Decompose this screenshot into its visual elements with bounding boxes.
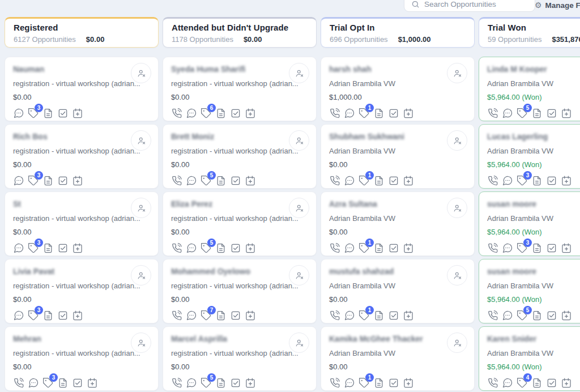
phone-icon[interactable] (329, 175, 340, 186)
opportunity-card[interactable]: Mehran registration - virtual workshop (… (5, 326, 159, 391)
opportunity-card[interactable]: Brett Moniz registration - virtual works… (163, 124, 317, 189)
task-check-icon[interactable] (57, 242, 69, 254)
tag-icon[interactable]: 1 (359, 242, 370, 254)
document-icon[interactable] (215, 377, 227, 389)
tag-icon[interactable]: 3 (28, 175, 39, 186)
tag-icon[interactable]: 7 (201, 310, 212, 321)
opportunity-card[interactable]: mustufa shahzad Adrian Brambila VW $0.00 (321, 259, 475, 323)
chat-icon[interactable] (502, 108, 513, 119)
tag-icon[interactable]: 3 (42, 377, 54, 389)
chat-icon[interactable] (344, 377, 355, 389)
phone-icon[interactable] (171, 175, 182, 186)
opportunity-card[interactable]: Linda M Kooper Adrian Brambila VW $5,964… (479, 57, 580, 121)
tag-icon[interactable]: 5 (201, 175, 212, 186)
phone-icon[interactable] (171, 377, 182, 389)
task-check-icon[interactable] (230, 377, 241, 389)
document-icon[interactable] (531, 175, 543, 186)
chat-icon[interactable] (13, 242, 24, 254)
phone-icon[interactable] (171, 242, 182, 254)
chat-icon[interactable] (344, 108, 355, 119)
task-check-icon[interactable] (546, 310, 557, 321)
calendar-plus-icon[interactable] (403, 310, 414, 321)
tag-icon[interactable]: 5 (201, 242, 212, 254)
phone-icon[interactable] (329, 108, 340, 119)
task-check-icon[interactable] (388, 108, 399, 119)
unassigned-user-icon[interactable] (289, 198, 309, 218)
search-input[interactable] (424, 0, 521, 8)
calendar-plus-icon[interactable] (245, 242, 256, 254)
tag-icon[interactable]: 5 (201, 377, 212, 389)
unassigned-user-icon[interactable] (131, 130, 151, 151)
calendar-plus-icon[interactable] (245, 310, 256, 321)
document-icon[interactable] (373, 242, 385, 254)
phone-icon[interactable] (329, 242, 340, 254)
unassigned-user-icon[interactable] (289, 130, 309, 151)
opportunity-card[interactable]: Syeda Huma Sharifi registration - virtua… (163, 57, 317, 121)
document-icon[interactable] (215, 242, 227, 254)
unassigned-user-icon[interactable] (447, 333, 467, 353)
task-check-icon[interactable] (230, 108, 241, 119)
document-icon[interactable] (373, 175, 385, 186)
task-check-icon[interactable] (546, 377, 557, 389)
chat-icon[interactable] (186, 175, 197, 186)
task-check-icon[interactable] (57, 108, 69, 119)
opportunity-card[interactable]: Rich Bos registration - virtual workshop… (5, 124, 159, 189)
document-icon[interactable] (531, 310, 543, 321)
tag-icon[interactable]: 3 (28, 310, 39, 321)
chat-icon[interactable] (502, 310, 513, 321)
calendar-plus-icon[interactable] (72, 175, 83, 186)
search-box[interactable] (404, 0, 535, 12)
opportunity-card[interactable]: Azra Sultana Adrian Brambila VW $0.00 (321, 191, 475, 256)
unassigned-user-icon[interactable] (447, 63, 467, 83)
calendar-plus-icon[interactable] (403, 242, 414, 254)
document-icon[interactable] (42, 175, 54, 186)
tag-icon[interactable]: 1 (359, 175, 370, 186)
task-check-icon[interactable] (546, 175, 557, 186)
tag-icon[interactable]: 3 (28, 108, 39, 119)
opportunity-card[interactable]: Eliza Perez registration - virtual works… (163, 191, 317, 256)
chat-icon[interactable] (13, 310, 24, 321)
chat-icon[interactable] (186, 310, 197, 321)
tag-icon[interactable]: 1 (359, 310, 370, 321)
unassigned-user-icon[interactable] (447, 198, 467, 218)
opportunity-card[interactable]: Lucas Lagerling Adrian Brambila VW $5,96… (479, 124, 580, 189)
phone-icon[interactable] (487, 377, 498, 389)
manage-fields-button[interactable]: ⚙ Manage Fields (535, 0, 580, 11)
opportunity-card[interactable]: Kamika McGhee Thacker Adrian Brambila VW… (321, 326, 475, 391)
phone-icon[interactable] (171, 310, 182, 321)
chat-icon[interactable] (28, 377, 39, 389)
opportunity-card[interactable]: Karen Snider Adrian Brambila VW $5,964.0… (479, 326, 580, 391)
phone-icon[interactable] (487, 310, 498, 321)
calendar-plus-icon[interactable] (72, 108, 83, 119)
task-check-icon[interactable] (388, 310, 399, 321)
calendar-plus-icon[interactable] (561, 242, 572, 254)
document-icon[interactable] (373, 310, 385, 321)
unassigned-user-icon[interactable] (447, 130, 467, 151)
chat-icon[interactable] (344, 242, 355, 254)
tag-icon[interactable]: 1 (359, 108, 370, 119)
calendar-plus-icon[interactable] (561, 108, 572, 119)
opportunity-card[interactable]: susan moore Adrian Brambila VW $5,964.00… (479, 191, 580, 256)
opportunity-card[interactable]: Shubham Sukhwani Adrian Brambila VW $0.0… (321, 124, 475, 189)
task-check-icon[interactable] (72, 377, 83, 389)
task-check-icon[interactable] (230, 175, 241, 186)
unassigned-user-icon[interactable] (289, 333, 309, 353)
phone-icon[interactable] (487, 108, 498, 119)
phone-icon[interactable] (13, 377, 24, 389)
document-icon[interactable] (42, 242, 54, 254)
document-icon[interactable] (373, 377, 385, 389)
unassigned-user-icon[interactable] (131, 265, 151, 286)
tag-icon[interactable]: 1 (359, 377, 370, 389)
opportunity-card[interactable]: harsh shah Adrian Brambila VW $1,000.00 (321, 57, 475, 121)
chat-icon[interactable] (186, 377, 197, 389)
chat-icon[interactable] (13, 108, 24, 119)
tag-icon[interactable]: 3 (28, 242, 39, 254)
document-icon[interactable] (57, 377, 69, 389)
task-check-icon[interactable] (388, 242, 399, 254)
opportunity-card[interactable]: St registration - virtual workshop (adri… (5, 191, 159, 256)
calendar-plus-icon[interactable] (72, 310, 83, 321)
phone-icon[interactable] (171, 108, 182, 119)
phone-icon[interactable] (329, 377, 340, 389)
phone-icon[interactable] (329, 310, 340, 321)
phone-icon[interactable] (487, 242, 498, 254)
